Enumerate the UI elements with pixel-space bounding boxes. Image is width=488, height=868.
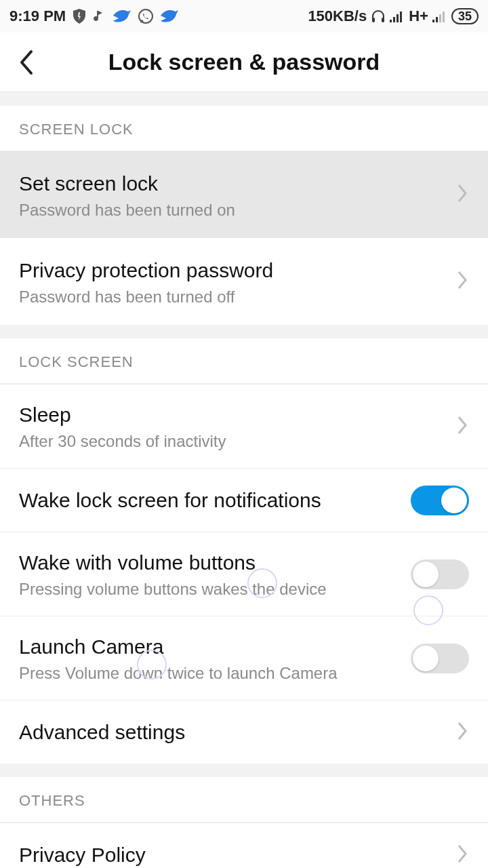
section-gap bbox=[0, 764, 488, 777]
svg-rect-7 bbox=[432, 20, 434, 22]
row-wake-notifications[interactable]: Wake lock screen for notifications bbox=[0, 468, 488, 532]
chevron-right-icon bbox=[457, 183, 469, 206]
status-net-speed: 150KB/s bbox=[308, 7, 367, 25]
svg-rect-9 bbox=[439, 14, 441, 22]
chevron-right-icon bbox=[457, 415, 469, 438]
row-subtitle: Pressing volume buttons wakes the device bbox=[19, 580, 411, 599]
row-sleep[interactable]: Sleep After 30 seconds of inactivity bbox=[0, 384, 488, 468]
svg-rect-4 bbox=[393, 17, 395, 22]
battery-icon: 35 bbox=[451, 8, 479, 24]
toggle-wake-notifications[interactable] bbox=[411, 486, 469, 515]
row-title: Privacy protection password bbox=[19, 257, 457, 283]
row-set-screen-lock[interactable]: Set screen lock Password has been turned… bbox=[0, 151, 488, 238]
chevron-right-icon bbox=[457, 270, 469, 293]
row-wake-volume[interactable]: Wake with volume buttons Pressing volume… bbox=[0, 532, 488, 616]
status-time: 9:19 PM bbox=[9, 7, 66, 25]
back-button[interactable] bbox=[14, 49, 41, 76]
row-title: Privacy Policy bbox=[19, 842, 457, 868]
section-gap bbox=[0, 325, 488, 338]
chevron-right-icon bbox=[457, 721, 469, 744]
svg-rect-1 bbox=[372, 18, 375, 22]
chevron-right-icon bbox=[457, 844, 469, 867]
page-title: Lock screen & password bbox=[41, 49, 447, 75]
row-subtitle: Password has been turned on bbox=[19, 201, 457, 220]
row-title: Launch Camera bbox=[19, 633, 411, 660]
headphones-icon bbox=[371, 9, 386, 24]
svg-rect-2 bbox=[382, 18, 384, 22]
status-bar: 9:19 PM 150KB/s H+ 35 bbox=[0, 0, 488, 33]
svg-rect-5 bbox=[396, 14, 399, 22]
row-subtitle: Press Volume down twice to launch Camera bbox=[19, 664, 411, 683]
status-network-type: H+ bbox=[409, 7, 428, 25]
music-note-icon bbox=[93, 9, 106, 24]
svg-rect-10 bbox=[443, 12, 445, 22]
row-title: Advanced settings bbox=[19, 719, 457, 745]
row-subtitle: Password has been turned off bbox=[19, 288, 457, 307]
section-header-lock-screen: LOCK SCREEN bbox=[0, 338, 488, 384]
bird-icon bbox=[161, 9, 178, 24]
bird-icon bbox=[113, 9, 131, 24]
signal-icon bbox=[432, 10, 447, 22]
row-advanced-settings[interactable]: Advanced settings bbox=[0, 700, 488, 764]
app-bar: Lock screen & password bbox=[0, 33, 488, 92]
svg-point-0 bbox=[139, 9, 152, 23]
row-title: Wake lock screen for notifications bbox=[19, 487, 411, 513]
toggle-launch-camera[interactable] bbox=[411, 644, 469, 673]
section-header-screen-lock: SCREEN LOCK bbox=[0, 106, 488, 151]
signal-icon bbox=[390, 10, 405, 22]
toggle-wake-volume[interactable] bbox=[411, 559, 469, 589]
row-title: Set screen lock bbox=[19, 170, 457, 197]
shield-icon bbox=[73, 9, 86, 24]
svg-rect-6 bbox=[400, 12, 402, 22]
row-title: Sleep bbox=[19, 401, 457, 428]
row-subtitle: After 30 seconds of inactivity bbox=[19, 432, 457, 451]
section-header-others: OTHERS bbox=[0, 777, 488, 823]
svg-rect-3 bbox=[390, 20, 392, 22]
row-privacy-policy[interactable]: Privacy Policy bbox=[0, 823, 488, 868]
row-privacy-protection[interactable]: Privacy protection password Password has… bbox=[0, 238, 488, 325]
row-launch-camera[interactable]: Launch Camera Press Volume down twice to… bbox=[0, 616, 488, 700]
svg-rect-8 bbox=[436, 17, 438, 22]
chevron-left-icon bbox=[18, 49, 37, 76]
whatsapp-icon bbox=[138, 8, 154, 24]
row-title: Wake with volume buttons bbox=[19, 549, 411, 576]
section-gap bbox=[0, 92, 488, 106]
